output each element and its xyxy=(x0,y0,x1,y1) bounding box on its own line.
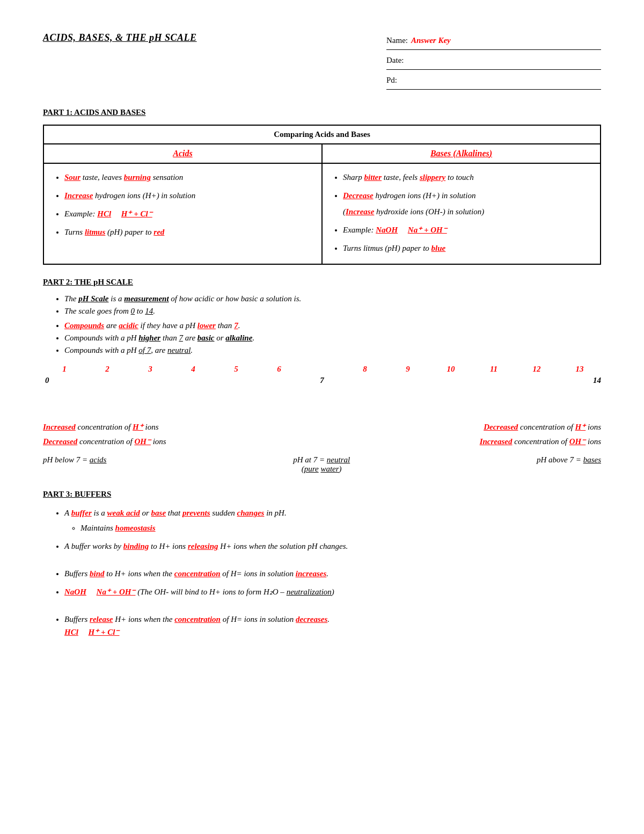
ph-num-11: 11 xyxy=(472,365,515,374)
ph-bullets-list2: Compounds are acidic if they have a pH l… xyxy=(43,321,601,355)
ph-num-12: 12 xyxy=(515,365,558,374)
ph-info-right: Decreased concentration of H⁺ ions Incre… xyxy=(480,420,601,449)
ph-num-8: 8 xyxy=(343,365,386,374)
pd-line: Pd: xyxy=(386,72,601,90)
ph-label-left: pH below 7 = acids xyxy=(43,455,106,465)
ph-bullet-1: The pH Scale is a measurement of how aci… xyxy=(64,294,601,303)
name-block: Name: Answer Key Date: Pd: xyxy=(386,32,601,92)
buffer-bullet-2: A buffer works by binding to H+ ions rel… xyxy=(64,540,601,553)
title-block: ACIDS, BASES, & THE pH SCALE xyxy=(43,32,197,43)
acid-bullet-2: Increase hydrogen ions (H+) in solution xyxy=(64,187,312,204)
ph-bullets-list: The pH Scale is a measurement of how aci… xyxy=(43,294,601,316)
table-title: Comparing Acids and Bases xyxy=(43,125,601,144)
ph-seven: 7 xyxy=(320,376,324,385)
part2-heading: PART 2: THE pH SCALE xyxy=(43,278,601,287)
part1-heading: PART 1: ACIDS AND BASES xyxy=(43,108,601,117)
ph-label-cols: pH below 7 = acids pH at 7 = neutral (pu… xyxy=(43,455,601,474)
ph-info-right-2: Increased concentration of OH⁻ ions xyxy=(480,434,601,449)
ph-numbers-line: 1 2 3 4 5 6 8 9 10 11 12 13 xyxy=(43,365,601,374)
ph-label-right: pH above 7 = bases xyxy=(537,455,601,465)
acid-bullet-1: Sour taste, leaves burning sensation xyxy=(64,169,312,185)
page-header: ACIDS, BASES, & THE pH SCALE Name: Answe… xyxy=(43,32,601,92)
base-bullet-3: Example: NaOH Na⁺ + OH⁻ xyxy=(343,222,590,238)
date-line: Date: xyxy=(386,52,601,70)
ph-info-left-2: Decreased concentration of OH⁻ ions xyxy=(43,434,166,449)
ph-bullet-4: Compounds with a pH higher than 7 are ba… xyxy=(64,333,601,343)
name-line: Name: Answer Key xyxy=(386,32,601,50)
base-bullet-1: Sharp bitter taste, feels slippery to to… xyxy=(343,169,590,185)
ph-label-center: pH at 7 = neutral (pure water) xyxy=(293,455,350,474)
acid-bullet-3: Example: HCl H⁺ + Cl⁻ xyxy=(64,206,312,222)
main-title: ACIDS, BASES, & THE pH SCALE xyxy=(43,32,197,43)
ph-num-6: 6 xyxy=(258,365,301,374)
ph-bullet-2: The scale goes from 0 to 14. xyxy=(64,307,601,316)
bases-bullet-list: Sharp bitter taste, feels slippery to to… xyxy=(332,169,590,256)
ph-scale-wrapper: 1 2 3 4 5 6 8 9 10 11 12 13 0 7 14 xyxy=(43,365,601,410)
ph-bullet-3: Compounds are acidic if they have a pH l… xyxy=(64,321,601,330)
ph-info-right-1: Decreased concentration of H⁺ ions xyxy=(480,420,601,434)
ph-info-left: Increased concentration of H⁺ ions Decre… xyxy=(43,420,166,449)
ph-num-4: 4 xyxy=(172,365,215,374)
ph-num-9: 9 xyxy=(386,365,429,374)
acids-bullet-list: Sour taste, leaves burning sensation Inc… xyxy=(54,169,312,240)
buffer-subbullet-1: Maintains homeostasis xyxy=(64,521,601,534)
ph-zero: 0 xyxy=(43,376,49,391)
ph-info-left-1: Increased concentration of H⁺ ions xyxy=(43,420,166,434)
name-label: Name: xyxy=(386,32,408,48)
ph-fourteen: 14 xyxy=(593,376,601,391)
compare-table: Comparing Acids and Bases Acids Bases (A… xyxy=(43,125,601,265)
ph-num-3: 3 xyxy=(129,365,172,374)
buffer-bullet-1: A buffer is a weak acid or base that pre… xyxy=(64,506,601,534)
buffer-bullets-list: A buffer is a weak acid or base that pre… xyxy=(43,506,601,639)
acids-col-header: Acids xyxy=(43,144,322,163)
ph-num-2: 2 xyxy=(86,365,129,374)
ph-bullet-5: Compounds with a pH of 7, are neutral. xyxy=(64,346,601,355)
ph-num-1: 1 xyxy=(43,365,86,374)
buffer-bullet-4: NaOH Na⁺ + OH⁻ (The OH- will bind to H+ … xyxy=(64,585,601,598)
acid-bullet-4: Turns litmus (pH) paper to red xyxy=(64,224,312,240)
part3-heading: PART 3: BUFFERS xyxy=(43,490,601,499)
base-bullet-2: Decrease hydrogen ions (H+) in solution … xyxy=(343,187,590,220)
buffer-subbullet-homeostasis: Maintains homeostasis xyxy=(80,521,601,534)
bases-column: Sharp bitter taste, feels slippery to to… xyxy=(322,163,601,264)
buffer-bullet-3: Buffers bind to H+ ions when the concent… xyxy=(64,567,601,580)
ph-info-cols: Increased concentration of H⁺ ions Decre… xyxy=(43,420,601,449)
acids-column: Sour taste, leaves burning sensation Inc… xyxy=(43,163,322,264)
ph-num-13: 13 xyxy=(558,365,601,374)
acids-header-text: Acids xyxy=(173,149,192,158)
base-bullet-4: Turns litmus (pH) paper to blue xyxy=(343,240,590,256)
ph-num-10: 10 xyxy=(429,365,472,374)
answer-key-text: Answer Key xyxy=(411,32,451,48)
bases-col-header: Bases (Alkalines) xyxy=(322,144,601,163)
ph-num-5: 5 xyxy=(215,365,258,374)
buffer-bullet-5: Buffers release H+ ions when the concent… xyxy=(64,613,601,639)
bases-header-text: Bases (Alkalines) xyxy=(430,149,492,158)
ph-endpoints: 0 7 14 xyxy=(43,376,601,391)
